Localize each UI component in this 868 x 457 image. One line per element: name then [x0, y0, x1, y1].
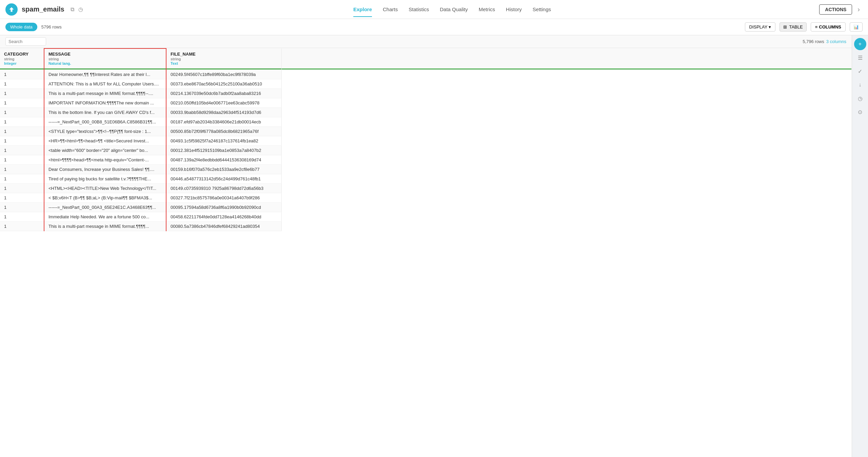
- table-row[interactable]: 1Dear Homeowner,¶¶ ¶¶Interest Rates are …: [0, 70, 852, 79]
- cell-empty: [281, 155, 852, 165]
- table-view-button[interactable]: ⊞ TABLE: [780, 22, 806, 32]
- display-button[interactable]: DISPLAY ▾: [745, 22, 776, 32]
- nav-tabs: Explore Charts Statistics Data Quality M…: [85, 5, 820, 14]
- cell-empty: [281, 184, 852, 193]
- tab-data-quality[interactable]: Data Quality: [440, 5, 468, 14]
- cell-empty: [281, 146, 852, 155]
- cell-message: Immediate Help Needed. We are a fortune …: [44, 212, 166, 222]
- dataset-name: spam_emails: [22, 5, 64, 13]
- cell-message: This is a multi-part message in MIME for…: [44, 222, 166, 231]
- table-row[interactable]: 1------=_NextPart_000_00A3_65E24E1C.A346…: [0, 203, 852, 212]
- tab-charts[interactable]: Charts: [383, 5, 398, 14]
- cols-info: 3 columns: [826, 39, 846, 44]
- actions-button[interactable]: ACTIONS: [819, 4, 852, 15]
- cell-message: ------=_NextPart_000_00A3_65E24E1C.A3468…: [44, 203, 166, 212]
- table-row[interactable]: 1<HTML><HEAD><TITLE>New Web Technology</…: [0, 184, 852, 193]
- cell-empty: [281, 222, 852, 231]
- sub-toolbar: Whole data 5796 rows DISPLAY ▾ ⊞ TABLE ≡…: [0, 19, 868, 35]
- cell-message: ------=_NextPart_000_00B8_51E06B6A.C8586…: [44, 117, 166, 127]
- row-count: 5796 rows: [41, 24, 62, 29]
- table-container[interactable]: 5,796 rows 3 columns CATEGORY string Int…: [0, 35, 852, 457]
- sidebar-download-button[interactable]: ↓: [854, 79, 866, 91]
- table-row[interactable]: 1------=_NextPart_000_00B8_51E06B6A.C858…: [0, 117, 852, 127]
- cell-filename: 00012.381e4f512915109ba1e0853a7a8407b2: [166, 146, 281, 155]
- columns-label: COLUMNS: [819, 24, 841, 29]
- col-header-message[interactable]: MESSAGE string Natural lang.: [44, 48, 166, 68]
- cell-message: ATTENTION: This is a MUST for ALL Comput…: [44, 79, 166, 89]
- chart-button[interactable]: 📊: [850, 22, 863, 32]
- cell-empty: [281, 70, 852, 79]
- table-grid-icon: ⊞: [783, 24, 787, 29]
- tab-history[interactable]: History: [506, 5, 522, 14]
- cell-category: 1: [0, 174, 44, 184]
- cell-filename: 00446.a54877313142d56c24d499d761c48fb1: [166, 174, 281, 184]
- cell-filename: 00487.139a2f4e8edbbdd64441536308169d74: [166, 155, 281, 165]
- col-header-category[interactable]: CATEGORY string Integer: [0, 48, 44, 68]
- table-row[interactable]: 1<HR>¶¶<html>¶¶<head>¶¶ <title>Secured I…: [0, 136, 852, 146]
- table-row[interactable]: 1This is a multi-part message in MIME fo…: [0, 89, 852, 98]
- cell-category: 1: [0, 212, 44, 222]
- col-tag-message: Natural lang.: [48, 61, 162, 65]
- tab-metrics[interactable]: Metrics: [479, 5, 495, 14]
- table-row[interactable]: 1< $B;v6H<T (B>¶¶ $B;aL> (B:Vip-mail¶¶ $…: [0, 193, 852, 203]
- sidebar-add-button[interactable]: +: [854, 38, 866, 50]
- cell-category: 1: [0, 146, 44, 155]
- main-content: 5,796 rows 3 columns CATEGORY string Int…: [0, 35, 868, 457]
- cell-category: 1: [0, 165, 44, 174]
- cell-empty: [281, 98, 852, 108]
- cell-empty: [281, 117, 852, 127]
- columns-button[interactable]: ≡ COLUMNS: [811, 22, 846, 32]
- table-row[interactable]: 1<table width="600" border="20" align="c…: [0, 146, 852, 155]
- right-sidebar: + ☰ ✓ ↓ ◷ ⊙: [852, 35, 868, 457]
- sidebar-list-button[interactable]: ☰: [854, 52, 866, 64]
- cell-filename: 00249.5f45607c1bffe89f60ba1ec9f878039a: [166, 70, 281, 79]
- cell-message: Dear Consumers, Increase your Business S…: [44, 165, 166, 174]
- table-row[interactable]: 1<html>¶¶¶¶<head>¶¶<meta http-equiv="Con…: [0, 155, 852, 165]
- back-button[interactable]: ›: [855, 4, 863, 15]
- table-row[interactable]: 1Immediate Help Needed. We are a fortune…: [0, 212, 852, 222]
- cell-filename: 00493.1c5f59825f7a246187c137614fb1ea82: [166, 136, 281, 146]
- cell-message: <table width="600" border="20" align="ce…: [44, 146, 166, 155]
- table-row[interactable]: 1This is a multi-part message in MIME fo…: [0, 222, 852, 231]
- tab-settings[interactable]: Settings: [533, 5, 551, 14]
- table-row[interactable]: 1<STYLE type="text/css">¶¶<!--¶¶P{¶¶ fon…: [0, 127, 852, 136]
- cell-category: 1: [0, 155, 44, 165]
- cell-filename: 00210.050ffd105bd4e006771ee63cabc59978: [166, 98, 281, 108]
- cell-category: 1: [0, 79, 44, 89]
- col-name-filename: FILE_NAME: [171, 52, 277, 57]
- search-input[interactable]: [5, 37, 46, 46]
- table-row[interactable]: 1This is the bottom line. If you can GIV…: [0, 108, 852, 117]
- cell-filename: 00187.efd97ab2034b3384606e21db00014ecb: [166, 117, 281, 127]
- cell-empty: [281, 89, 852, 98]
- sidebar-check-button[interactable]: ✓: [854, 65, 866, 77]
- tab-explore[interactable]: Explore: [353, 5, 372, 14]
- cell-empty: [281, 212, 852, 222]
- top-nav: spam_emails ⧉ ◷ Explore Charts Statistic…: [0, 0, 868, 19]
- copy-button[interactable]: ⧉: [68, 5, 76, 14]
- history-button[interactable]: ◷: [76, 5, 85, 14]
- cell-category: 1: [0, 70, 44, 79]
- cell-filename: 00033.9babb58d9298daa2963d4f514193d7d6: [166, 108, 281, 117]
- cell-message: <STYLE type="text/css">¶¶<!--¶¶P{¶¶ font…: [44, 127, 166, 136]
- table-row[interactable]: 1IMPORTANT INFORMATION:¶¶¶¶The new domai…: [0, 98, 852, 108]
- cell-empty: [281, 165, 852, 174]
- whole-data-button[interactable]: Whole data: [5, 23, 37, 31]
- col-type-category: string: [4, 57, 40, 61]
- tab-statistics[interactable]: Statistics: [409, 5, 429, 14]
- cell-filename: 00458.62211764fde0dd7128ea4146268b40dd: [166, 212, 281, 222]
- sidebar-clock-button[interactable]: ◷: [854, 92, 866, 104]
- cell-message: <HR>¶¶<html>¶¶<head>¶¶ <title>Secured In…: [44, 136, 166, 146]
- logo-button[interactable]: [5, 3, 18, 16]
- cell-filename: 00095.17594a58d6736a8f6a1990b0b92090cd: [166, 203, 281, 212]
- col-header-filename[interactable]: FILE_NAME string Text: [166, 48, 281, 68]
- table-row[interactable]: 1Tired of paying big bucks for satellite…: [0, 174, 852, 184]
- sidebar-settings-button[interactable]: ⊙: [854, 106, 866, 118]
- columns-list-icon: ≡: [815, 24, 818, 29]
- cell-message: <HTML><HEAD><TITLE>New Web Technology</T…: [44, 184, 166, 193]
- cell-filename: 00214.1367039e50dc6b7adb0f2aa8aba83216: [166, 89, 281, 98]
- cell-category: 1: [0, 98, 44, 108]
- table-row[interactable]: 1Dear Consumers, Increase your Business …: [0, 165, 852, 174]
- table-row[interactable]: 1ATTENTION: This is a MUST for ALL Compu…: [0, 79, 852, 89]
- cell-message: This is a multi-part message in MIME for…: [44, 89, 166, 98]
- col-name-message: MESSAGE: [48, 52, 162, 57]
